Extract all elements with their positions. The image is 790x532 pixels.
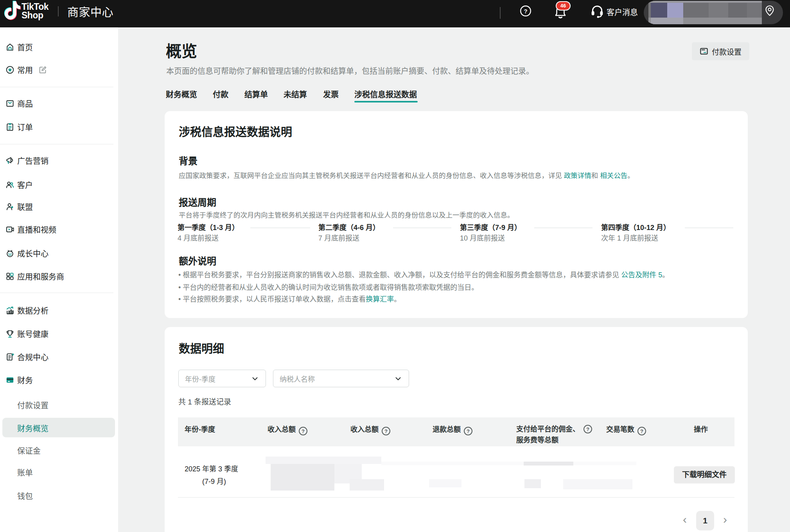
svg-text:?: ? — [524, 8, 527, 14]
